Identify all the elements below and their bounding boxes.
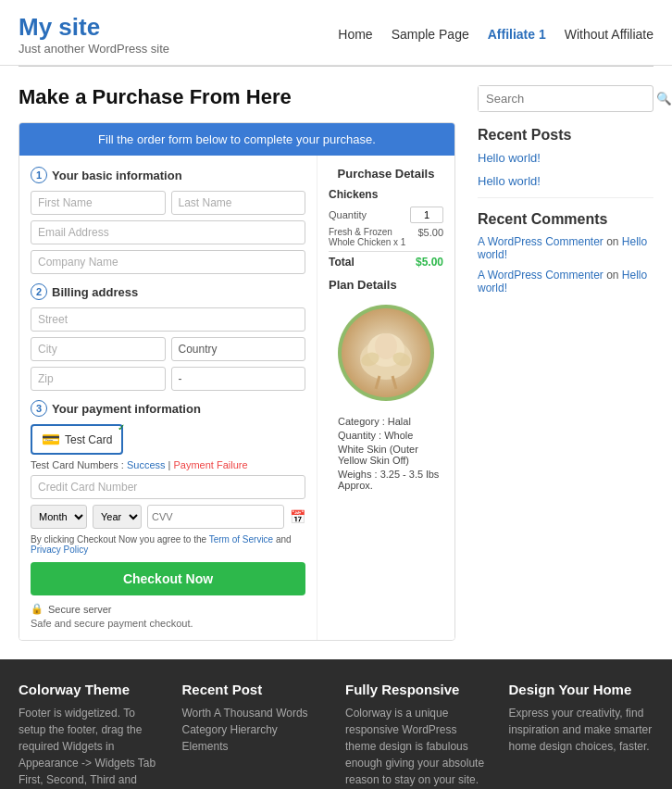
country-select[interactable]: Country (171, 337, 306, 361)
test-card-button[interactable]: 💳 Test Card ✓ (31, 424, 123, 455)
footer-col-4-title: Design Your Home (509, 682, 654, 697)
footer-grid: Colorway Theme Footer is widgetized. To … (19, 682, 653, 789)
comment-1-on: on (606, 235, 622, 248)
expiry-row: Month Year 📅 (31, 505, 305, 529)
first-name-input[interactable] (31, 191, 166, 215)
zip-row: - (31, 367, 305, 391)
calendar-icon: 📅 (290, 509, 305, 524)
price-row: Fresh & Frozen Whole Chicken x 1 $5.00 (329, 227, 443, 247)
comment-1: A WordPress Commenter on Hello world! (478, 235, 653, 261)
email-input[interactable] (31, 220, 305, 244)
footer-link-3[interactable]: Elements (182, 740, 229, 753)
footer-col-3: Fully Responsive Colorway is a unique re… (345, 682, 491, 789)
plan-title: Plan Details (329, 278, 443, 292)
search-button[interactable]: 🔍 (649, 86, 672, 111)
recent-comments-title: Recent Comments (478, 211, 653, 228)
section-num-1: 1 (31, 167, 47, 183)
comment-2-on: on (606, 269, 622, 282)
plan-features: Category : Halal Quantity : Whole White … (329, 416, 443, 491)
feature-1: Category : Halal (329, 416, 443, 427)
site-tagline: Just another WordPress site (19, 42, 169, 56)
recent-post-2[interactable]: Hello world! (478, 174, 653, 188)
basic-info-section: 1 Your basic information (31, 167, 305, 183)
email-row (31, 220, 305, 244)
footer-col-2: Recent Post Worth A Thousand Words Categ… (182, 682, 328, 789)
site-header: My site Just another WordPress site Home… (0, 0, 672, 66)
street-row (31, 307, 305, 332)
feature-2: Quantity : Whole (329, 430, 443, 441)
section-num-3: 3 (31, 400, 47, 417)
year-select[interactable]: Year (93, 505, 142, 529)
nav-without-affiliate[interactable]: Without Affiliate (565, 27, 653, 42)
footer-col-1-title: Colorway Theme (19, 682, 164, 697)
search-box: 🔍 (478, 85, 653, 112)
footer-col-1: Colorway Theme Footer is widgetized. To … (19, 682, 164, 789)
nav-affiliate1[interactable]: Affiliate 1 (488, 27, 546, 42)
zip-input[interactable] (31, 367, 166, 391)
privacy-link[interactable]: Privacy Policy (31, 545, 88, 555)
success-link[interactable]: Success (127, 459, 166, 470)
commenter-2-link[interactable]: A WordPress Commenter (478, 269, 604, 282)
terms-link[interactable]: Term of Service (209, 534, 273, 545)
basic-info-label: Your basic information (52, 169, 182, 182)
nav-home[interactable]: Home (338, 27, 372, 42)
order-right: Purchase Details Chickens Quantity Fresh… (317, 156, 454, 640)
city-input[interactable] (31, 337, 166, 361)
test-card-label: Test Card (65, 433, 112, 446)
commenter-1-link[interactable]: A WordPress Commenter (478, 235, 604, 248)
order-widget: Fill the order form below to complete yo… (19, 122, 455, 641)
search-input[interactable] (479, 86, 649, 111)
billing-label: Billing address (52, 285, 138, 299)
recent-post-1[interactable]: Hello world! (478, 151, 653, 165)
sidebar: 🔍 Recent Posts Hello world! Hello world!… (478, 85, 653, 641)
sidebar-divider-1 (478, 197, 653, 198)
feature-3: White Skin (Outer Yellow Skin Off) (329, 444, 443, 466)
failure-link[interactable]: Payment Failure (174, 459, 248, 470)
state-select[interactable]: - (171, 367, 306, 391)
company-row (31, 250, 305, 274)
card-icon: 💳 (42, 431, 60, 448)
safe-text: Safe and secure payment checkout. (31, 618, 305, 629)
footer-col-2-title: Recent Post (182, 682, 328, 697)
order-left: 1 Your basic information (19, 156, 317, 640)
main-nav: Home Sample Page Affiliate 1 Without Aff… (338, 27, 653, 42)
qty-label: Quantity (329, 209, 367, 220)
nav-sample-page[interactable]: Sample Page (392, 27, 469, 42)
payment-title: 3 Your payment information (31, 400, 305, 417)
cvv-input[interactable] (147, 505, 284, 529)
order-header: Fill the order form below to complete yo… (19, 123, 454, 156)
site-title: My site (19, 13, 169, 42)
footer-col-3-title: Fully Responsive (345, 682, 491, 697)
footer: Colorway Theme Footer is widgetized. To … (0, 659, 672, 789)
name-row (31, 191, 305, 215)
comment-2: A WordPress Commenter on Hello world! (478, 269, 653, 294)
secure-row: 🔒 Secure server (31, 603, 305, 615)
month-select[interactable]: Month (31, 505, 87, 529)
footer-col-3-text: Colorway is a unique responsive WordPres… (345, 705, 491, 788)
last-name-input[interactable] (171, 191, 306, 215)
footer-link-1[interactable]: Worth A Thousand Words (182, 707, 308, 720)
street-input[interactable] (31, 307, 305, 332)
payment-section: 3 Your payment information 💳 Test Card ✓… (31, 400, 305, 529)
footer-link-2[interactable]: Category Hierarchy (182, 723, 278, 736)
item-price: $5.00 (417, 227, 443, 247)
section-num-2: 2 (31, 283, 47, 300)
billing-title: 2 Billing address (31, 283, 305, 300)
company-input[interactable] (31, 250, 305, 274)
main-content: Make a Purchase From Here Fill the order… (0, 67, 672, 659)
order-body: 1 Your basic information (19, 156, 454, 640)
credit-card-row (31, 475, 305, 499)
total-amount: $5.00 (416, 256, 443, 269)
checkout-button[interactable]: Checkout Now (31, 562, 305, 595)
secure-label: Secure server (48, 604, 111, 615)
credit-card-input[interactable] (31, 475, 305, 499)
page-title: Make a Purchase From Here (19, 85, 455, 109)
city-country-row: Country (31, 337, 305, 361)
billing-section: 2 Billing address Country (31, 283, 305, 391)
terms-text: By clicking Checkout Now you agree to th… (31, 534, 305, 555)
product-name: Chickens (329, 188, 443, 201)
content-area: Make a Purchase From Here Fill the order… (19, 85, 455, 641)
qty-input[interactable] (410, 207, 443, 223)
site-branding: My site Just another WordPress site (19, 13, 169, 56)
purchase-title: Purchase Details (329, 167, 443, 181)
